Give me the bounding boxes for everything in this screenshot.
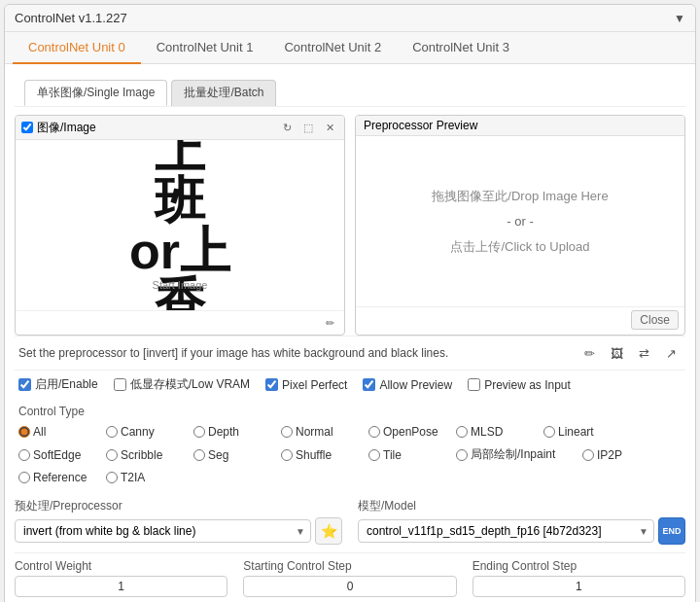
control-weight-label: Control Weight bbox=[15, 559, 228, 573]
radio-reference[interactable]: Reference bbox=[15, 469, 102, 486]
control-weight-row: Control Weight 1 Starting Control Step 0… bbox=[15, 552, 685, 602]
image-display[interactable]: 上 班 or上 香 Start Image bbox=[16, 140, 344, 310]
image-area: 图像/Image ↻ ⬚ ✕ 上 班 or上 香 Start Im bbox=[15, 115, 685, 336]
starting-step-label: Starting Control Step bbox=[243, 559, 456, 573]
inner-tab-batch[interactable]: 批量处理/Batch bbox=[171, 80, 276, 106]
main-tabs: ControlNet Unit 0 ControlNet Unit 1 Cont… bbox=[5, 32, 695, 64]
image-icon[interactable]: 🖼 bbox=[606, 342, 627, 364]
preprocessor-model-row: 预处理/Preprocessor invert (from white bg &… bbox=[15, 494, 685, 549]
radio-all[interactable]: All bbox=[15, 423, 102, 441]
pixel-perfect-checkbox[interactable]: Pixel Perfect bbox=[265, 378, 347, 392]
export-icon[interactable]: ↗ bbox=[660, 342, 682, 364]
end-button[interactable]: END bbox=[658, 517, 685, 545]
control-weight-group: Control Weight 1 bbox=[15, 559, 228, 597]
preprocessor-preview-panel: Preprocessor Preview 拖拽图像至此/Drop Image H… bbox=[355, 115, 685, 336]
radio-mlsd[interactable]: MLSD bbox=[452, 423, 540, 441]
radio-inpaint[interactable]: 局部绘制/Inpaint bbox=[452, 444, 578, 465]
image-panel-header: 图像/Image ↻ ⬚ ✕ bbox=[16, 116, 344, 140]
checkboxes-row: 启用/Enable 低显存模式/Low VRAM Pixel Perfect A… bbox=[15, 370, 685, 399]
image-extra-controls: ✏ bbox=[16, 310, 344, 335]
ending-step-label: Ending Control Step bbox=[472, 559, 685, 573]
info-text: Set the preprocessor to [invert] if your… bbox=[18, 346, 448, 360]
ending-step-value[interactable]: 1 bbox=[472, 576, 685, 597]
inner-tab-single[interactable]: 单张图像/Single Image bbox=[24, 80, 167, 106]
start-label: Start Image bbox=[153, 279, 208, 291]
preview-panel-header: Preprocessor Preview bbox=[356, 116, 684, 136]
crop-icon[interactable]: ⬚ bbox=[299, 119, 317, 136]
or-text: - or - bbox=[507, 209, 533, 234]
preprocessor-label: 预处理/Preprocessor bbox=[15, 498, 342, 514]
radio-ip2p[interactable]: IP2P bbox=[578, 444, 666, 465]
preprocessor-select[interactable]: invert (from white bg & black line) bbox=[15, 519, 311, 543]
radio-normal[interactable]: Normal bbox=[277, 423, 365, 441]
info-bar: Set the preprocessor to [invert] if your… bbox=[15, 336, 685, 370]
drop-text: 拖拽图像至此/Drop Image Here bbox=[432, 184, 608, 209]
app-title: ControlNet v1.1.227 bbox=[15, 11, 127, 25]
tab-unit-1[interactable]: ControlNet Unit 1 bbox=[141, 32, 269, 64]
radio-tile[interactable]: Tile bbox=[365, 444, 452, 465]
image-panel-controls: ↻ ⬚ ✕ bbox=[278, 119, 338, 136]
radio-t2ia[interactable]: T2IA bbox=[102, 469, 190, 486]
close-icon[interactable]: ✕ bbox=[321, 119, 338, 136]
preprocessor-dropdown-wrapper: invert (from white bg & black line) ▼ bbox=[15, 519, 311, 543]
image-visible-checkbox[interactable] bbox=[21, 122, 33, 133]
preprocessor-select-row: invert (from white bg & black line) ▼ ⭐ bbox=[15, 517, 342, 545]
enable-checkbox[interactable]: 启用/Enable bbox=[18, 376, 98, 393]
controlnet-panel: ControlNet v1.1.227 ▼ ControlNet Unit 0 … bbox=[4, 4, 696, 602]
content-area: 单张图像/Single Image 批量处理/Batch 图像/Image ↻ … bbox=[5, 64, 695, 602]
radio-scribble[interactable]: Scribble bbox=[102, 444, 190, 465]
model-group: 模型/Model control_v11f1p_sd15_depth_fp16 … bbox=[358, 498, 685, 545]
radio-depth[interactable]: Depth bbox=[190, 423, 277, 441]
radio-lineart[interactable]: Lineart bbox=[540, 423, 627, 441]
model-label: 模型/Model bbox=[358, 498, 685, 514]
radio-shuffle[interactable]: Shuffle bbox=[277, 444, 365, 465]
preprocessor-group: 预处理/Preprocessor invert (from white bg &… bbox=[15, 498, 342, 545]
refresh2-icon[interactable]: ⇄ bbox=[633, 342, 654, 364]
edit-icon[interactable]: ✏ bbox=[578, 342, 600, 364]
refresh-icon[interactable]: ↻ bbox=[278, 119, 296, 136]
starting-step-value[interactable]: 0 bbox=[243, 576, 456, 597]
tab-unit-0[interactable]: ControlNet Unit 0 bbox=[13, 32, 141, 64]
control-type-label: Control Type bbox=[15, 399, 685, 421]
inner-tabs: 单张图像/Single Image 批量处理/Batch bbox=[15, 72, 685, 107]
brush-icon[interactable]: ✏ bbox=[321, 314, 338, 332]
model-select-row: control_v11f1p_sd15_depth_fp16 [4b72d323… bbox=[358, 517, 685, 545]
image-panel-label: 图像/Image bbox=[37, 120, 96, 136]
radio-seg[interactable]: Seg bbox=[190, 444, 277, 465]
collapse-arrow[interactable]: ▼ bbox=[674, 12, 685, 25]
model-select[interactable]: control_v11f1p_sd15_depth_fp16 [4b72d323… bbox=[358, 519, 654, 543]
control-type-section: Control Type All Canny Depth Normal bbox=[15, 399, 685, 488]
preview-label: Preprocessor Preview bbox=[364, 119, 477, 132]
preview-as-input-checkbox[interactable]: Preview as Input bbox=[468, 378, 571, 392]
low-vram-checkbox[interactable]: 低显存模式/Low VRAM bbox=[114, 376, 250, 393]
starting-step-group: Starting Control Step 0 bbox=[243, 559, 456, 597]
preview-close-row: Close bbox=[356, 306, 684, 333]
allow-preview-checkbox[interactable]: Allow Preview bbox=[363, 378, 452, 392]
control-weight-value[interactable]: 1 bbox=[15, 576, 228, 597]
preview-close-button[interactable]: Close bbox=[631, 310, 679, 330]
control-type-radios: All Canny Depth Normal OpenPose bbox=[15, 421, 685, 488]
tab-unit-2[interactable]: ControlNet Unit 2 bbox=[268, 32, 397, 64]
ending-step-group: Ending Control Step 1 bbox=[472, 559, 685, 597]
model-dropdown-wrapper: control_v11f1p_sd15_depth_fp16 [4b72d323… bbox=[358, 519, 654, 543]
radio-softedge[interactable]: SoftEdge bbox=[15, 444, 102, 465]
image-upload-panel: 图像/Image ↻ ⬚ ✕ 上 班 or上 香 Start Im bbox=[15, 115, 345, 336]
info-icons: ✏ 🖼 ⇄ ↗ bbox=[578, 342, 682, 364]
preprocessor-star-button[interactable]: ⭐ bbox=[315, 517, 342, 545]
preview-drop-area[interactable]: 拖拽图像至此/Drop Image Here - or - 点击上传/Click… bbox=[356, 136, 684, 306]
title-bar: ControlNet v1.1.227 ▼ bbox=[5, 5, 695, 32]
radio-canny[interactable]: Canny bbox=[102, 423, 190, 441]
upload-text: 点击上传/Click to Upload bbox=[450, 234, 589, 260]
radio-openpose[interactable]: OpenPose bbox=[365, 423, 452, 441]
tab-unit-3[interactable]: ControlNet Unit 3 bbox=[397, 32, 525, 64]
